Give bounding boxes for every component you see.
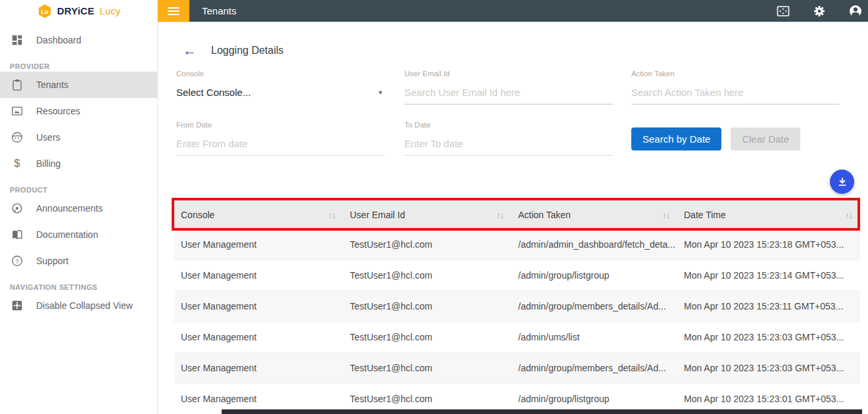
table-row: User Management TestUser1@hcl.com /admin…	[174, 260, 860, 291]
sidebar-item-resources[interactable]: Resources	[0, 98, 157, 124]
lucy-logo-icon: Lu	[37, 3, 53, 19]
console-label: Console	[176, 70, 385, 78]
sort-icon[interactable]: ↑↓	[328, 210, 335, 220]
page-title: Logging Details	[211, 45, 283, 57]
settings-gear-icon[interactable]	[812, 4, 827, 18]
sidebar-item-label: Users	[36, 132, 60, 143]
download-button[interactable]	[830, 170, 854, 194]
user-email-filter: User Email Id	[404, 70, 613, 104]
face-icon	[10, 130, 24, 145]
help-icon: ?	[10, 254, 24, 268]
svg-text:Lu: Lu	[41, 8, 48, 14]
user-email-input[interactable]	[404, 87, 613, 104]
sidebar-item-label: Disable Collapsed View	[36, 300, 133, 311]
table-row: User Management TestUser1@hcl.com /admin…	[174, 353, 860, 384]
logging-table: Console ↑↓ User Email Id ↑↓ Action Taken…	[174, 200, 860, 414]
sort-icon[interactable]: ↑↓	[662, 210, 669, 220]
brand-name: DRYiCE	[57, 5, 95, 16]
image-icon	[10, 104, 24, 118]
speaker-icon	[10, 201, 24, 216]
clipboard-icon	[10, 78, 24, 92]
to-date-filter: To Date	[404, 121, 613, 156]
brand-logo: Lu DRYiCE Lucy	[0, 0, 157, 22]
column-header-user-email-id[interactable]: User Email Id ↑↓	[343, 210, 512, 220]
action-taken-filter: Action Taken	[631, 70, 840, 104]
clear-date-button[interactable]: Clear Date	[731, 127, 800, 150]
collapse-settings-icon	[10, 298, 24, 313]
table-row: User Management TestUser1@hcl.com /admin…	[174, 229, 860, 260]
back-arrow-icon[interactable]: ←	[183, 44, 197, 57]
column-header-date-time[interactable]: Date Time ↑↓	[677, 210, 860, 220]
topbar-title: Tenants	[202, 5, 237, 16]
dollar-icon: $	[10, 156, 24, 171]
horizontal-scrollbar[interactable]	[222, 409, 862, 414]
sidebar-item-label: Tenants	[36, 80, 68, 90]
action-taken-label: Action Taken	[631, 70, 840, 78]
svg-text:?: ?	[15, 258, 18, 265]
column-header-action-taken[interactable]: Action Taken ↑↓	[512, 210, 677, 220]
sidebar-item-support[interactable]: ? Support	[0, 248, 157, 274]
search-by-date-button[interactable]: Search by Date	[631, 127, 721, 150]
from-date-label: From Date	[176, 121, 385, 129]
account-icon[interactable]	[848, 4, 863, 18]
topbar: Tenants	[158, 0, 868, 22]
sidebar-section-navigation-settings: NAVIGATION SETTINGS	[10, 283, 157, 291]
sidebar-item-label: Announcements	[36, 203, 103, 214]
from-date-filter: From Date	[176, 121, 385, 156]
sidebar-item-label: Dashboard	[36, 35, 82, 45]
download-icon	[836, 175, 849, 189]
to-date-label: To Date	[404, 121, 613, 129]
console-select-value: Select Console...	[176, 87, 251, 98]
sidebar-item-announcements[interactable]: Announcements	[0, 195, 157, 221]
book-icon	[10, 227, 24, 242]
sidebar-item-disable-collapsed-view[interactable]: Disable Collapsed View	[0, 292, 157, 319]
dashboard-icon	[10, 33, 24, 47]
table-body: User Management TestUser1@hcl.com /admin…	[174, 229, 860, 414]
chevron-down-icon: ▾	[379, 89, 382, 96]
sidebar-item-tenants[interactable]: Tenants	[0, 72, 157, 98]
sidebar-section-provider: PROVIDER	[10, 62, 157, 70]
console-filter: Console Select Console... ▾	[176, 70, 385, 104]
sidebar-item-billing[interactable]: $ Billing	[0, 150, 157, 177]
sidebar-section-product: PRODUCT	[10, 186, 157, 194]
table-row: User Management TestUser1@hcl.com /admin…	[174, 291, 860, 322]
user-email-label: User Email Id	[404, 70, 613, 78]
main-content: ← Logging Details Console Select Console…	[158, 22, 868, 414]
sort-icon[interactable]: ↑↓	[496, 210, 504, 220]
sidebar-item-users[interactable]: Users	[0, 124, 157, 150]
from-date-input[interactable]	[176, 138, 385, 156]
brand-subname: Lucy	[100, 5, 121, 16]
console-select[interactable]: Select Console... ▾	[176, 87, 385, 104]
hamburger-menu-button[interactable]	[158, 0, 189, 22]
action-taken-input[interactable]	[631, 87, 840, 104]
sidebar-item-dashboard[interactable]: Dashboard	[0, 27, 157, 53]
fullscreen-icon[interactable]	[776, 4, 790, 18]
sidebar-item-label: Support	[36, 256, 68, 266]
to-date-input[interactable]	[404, 138, 613, 156]
sidebar-item-label: Resources	[36, 106, 80, 116]
sidebar: Lu DRYiCE Lucy Dashboard PROVIDER Tenant…	[0, 0, 158, 414]
column-header-console[interactable]: Console ↑↓	[174, 210, 343, 220]
sort-icon[interactable]: ↑↓	[845, 210, 852, 220]
sidebar-item-label: Documentation	[36, 229, 98, 240]
sidebar-item-label: Billing	[36, 158, 60, 169]
table-header-row: Console ↑↓ User Email Id ↑↓ Action Taken…	[174, 200, 860, 229]
sidebar-item-documentation[interactable]: Documentation	[0, 221, 157, 248]
table-row: User Management TestUser1@hcl.com /admin…	[174, 322, 860, 353]
